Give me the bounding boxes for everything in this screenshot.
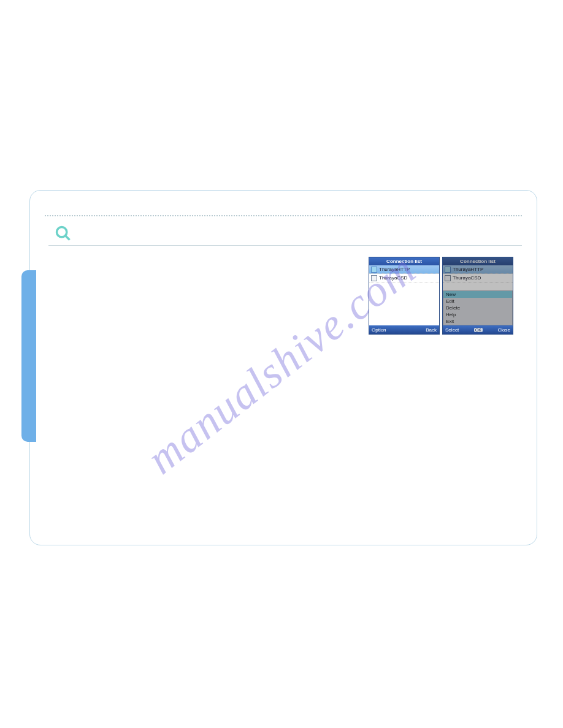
softkey-bar: Select OK Close (443, 325, 513, 334)
screenshot-connection-list: Connection list ThurayaHTTP ThurayaCSD O… (369, 257, 440, 335)
ok-pill: OK (474, 328, 483, 332)
screen-title: Connection list (443, 257, 513, 265)
menu-item-new[interactable]: New (443, 291, 512, 298)
list-area: ThurayaHTTP ThurayaCSD (369, 265, 439, 325)
svg-point-0 (57, 227, 67, 237)
list-item[interactable]: ThurayaHTTP (369, 265, 439, 274)
softkey-right[interactable]: Close (498, 327, 510, 333)
softkey-mid[interactable]: OK (474, 328, 483, 332)
list-item: ThurayaCSD (443, 274, 513, 282)
section-rule (48, 227, 522, 246)
softkey-left[interactable]: Option (372, 327, 386, 333)
menu-item-help[interactable]: Help (443, 311, 512, 318)
side-tab (21, 270, 36, 442)
softkey-left[interactable]: Select (445, 327, 459, 333)
menu-item-exit[interactable]: Exit (443, 318, 512, 325)
menu-item-edit[interactable]: Edit (443, 298, 512, 305)
list-item: ThurayaHTTP (443, 265, 513, 274)
list-item[interactable]: ThurayaCSD (369, 274, 439, 282)
screen-title: Connection list (369, 257, 439, 265)
screenshot-connection-list-options: Connection list ThurayaHTTP ThurayaCSD N… (442, 257, 513, 335)
options-menu: New Edit Delete Help Exit (443, 290, 513, 325)
softkey-bar: Option Back (369, 325, 439, 334)
softkey-right[interactable]: Back (426, 327, 437, 333)
menu-item-delete[interactable]: Delete (443, 305, 512, 311)
dotted-rule (45, 215, 522, 216)
magnifier-icon (55, 225, 72, 242)
list-area: ThurayaHTTP ThurayaCSD New Edit Delete H… (443, 265, 513, 325)
svg-line-1 (66, 236, 70, 240)
